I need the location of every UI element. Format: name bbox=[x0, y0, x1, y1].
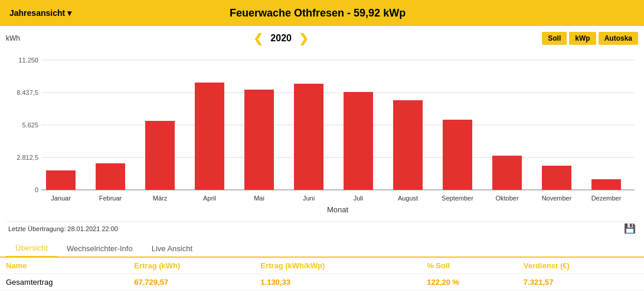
svg-text:5.625: 5.625 bbox=[22, 121, 38, 129]
row-name: Gesamtertrag bbox=[0, 274, 128, 291]
last-transfer-label: Letzte Übertragung: 28.01.2021 22:00 bbox=[8, 225, 118, 232]
header: Jahresansicht ▾ Feuerwache Othfresen - 5… bbox=[0, 0, 644, 26]
col-soll: % Soll bbox=[421, 258, 518, 274]
tabs-bar: Übersicht Wechselrichter-Info Live Ansic… bbox=[0, 238, 644, 258]
table-header-row: Name Ertrag (kWh) Ertrag (kWh/kWp) % Sol… bbox=[0, 258, 644, 274]
svg-text:April: April bbox=[203, 195, 216, 202]
svg-text:September: September bbox=[442, 195, 473, 202]
chart-container: kWh ❮ 2020 ❯ Soll kWp Autoska 11.250 8.4… bbox=[0, 26, 644, 235]
bar-september[interactable] bbox=[443, 120, 472, 190]
autoscale-button[interactable]: Autoska bbox=[599, 32, 638, 45]
col-verdienst: Verdienst (€) bbox=[518, 258, 644, 274]
svg-text:11.250: 11.250 bbox=[18, 57, 38, 64]
bar-dezember[interactable] bbox=[591, 179, 621, 190]
row-ertrag-kwp: 1.130,33 bbox=[254, 274, 421, 291]
svg-text:Mai: Mai bbox=[254, 195, 264, 202]
chevron-down-icon: ▾ bbox=[67, 8, 71, 18]
bar-januar[interactable] bbox=[46, 170, 76, 190]
bar-november[interactable] bbox=[542, 166, 571, 190]
view-label: Jahresansicht bbox=[9, 8, 65, 18]
chart-top-bar: kWh ❮ 2020 ❯ Soll kWp Autoska bbox=[6, 32, 638, 45]
year-navigation: ❮ 2020 ❯ bbox=[253, 32, 309, 44]
view-selector[interactable]: Jahresansicht ▾ bbox=[9, 8, 71, 18]
page-title: Feuerwache Othfresen - 59,92 kWp bbox=[71, 7, 564, 19]
bar-april[interactable] bbox=[195, 83, 224, 190]
bar-mai[interactable] bbox=[244, 90, 274, 190]
row-soll-pct: 122,20 % bbox=[421, 274, 518, 291]
bar-juli[interactable] bbox=[344, 92, 373, 190]
col-ertrag-kwh: Ertrag (kWh) bbox=[128, 258, 254, 274]
svg-text:Juni: Juni bbox=[303, 195, 315, 202]
bar-februar[interactable] bbox=[96, 163, 125, 190]
bar-august[interactable] bbox=[393, 100, 423, 190]
chart-bottom-bar: Letzte Übertragung: 28.01.2021 22:00 💾 bbox=[6, 221, 638, 235]
export-icon[interactable]: 💾 bbox=[624, 223, 636, 234]
data-table: Name Ertrag (kWh) Ertrag (kWh/kWp) % Sol… bbox=[0, 258, 644, 291]
row-verdienst: 7.321,57 bbox=[518, 274, 644, 291]
col-name: Name bbox=[0, 258, 128, 274]
bar-chart: 11.250 8.437,5 5.625 2.812,5 0 Januar Fe… bbox=[6, 48, 638, 221]
current-year: 2020 bbox=[270, 33, 292, 44]
next-year-button[interactable]: ❯ bbox=[299, 32, 309, 44]
kwh-unit-label: kWh bbox=[6, 34, 20, 42]
chart-button-group: Soll kWp Autoska bbox=[542, 32, 638, 45]
bar-juni[interactable] bbox=[294, 84, 323, 190]
col-ertrag-kwp: Ertrag (kWh/kWp) bbox=[254, 258, 421, 274]
svg-text:November: November bbox=[542, 195, 572, 202]
svg-text:Dezember: Dezember bbox=[591, 195, 622, 202]
svg-text:Januar: Januar bbox=[51, 195, 71, 202]
bar-oktober[interactable] bbox=[492, 156, 522, 190]
bar-maerz[interactable] bbox=[145, 121, 175, 190]
table-row: Gesamtertrag 67.729,57 1.130,33 122,20 %… bbox=[0, 274, 644, 291]
svg-text:8.437,5: 8.437,5 bbox=[17, 89, 38, 96]
svg-text:2.812,5: 2.812,5 bbox=[17, 154, 38, 161]
svg-text:Juli: Juli bbox=[354, 195, 364, 202]
kwp-button[interactable]: kWp bbox=[569, 32, 596, 45]
svg-text:Oktober: Oktober bbox=[495, 195, 518, 202]
prev-year-button[interactable]: ❮ bbox=[253, 32, 263, 44]
svg-text:Monat: Monat bbox=[327, 205, 349, 214]
svg-text:August: August bbox=[398, 195, 418, 202]
soll-button[interactable]: Soll bbox=[542, 32, 567, 45]
svg-text:Februar: Februar bbox=[99, 195, 122, 202]
tab-wechselrichter[interactable]: Wechselrichter-Info bbox=[57, 241, 142, 256]
row-ertrag-kwh: 67.729,57 bbox=[128, 274, 254, 291]
chart-svg: 11.250 8.437,5 5.625 2.812,5 0 Januar Fe… bbox=[6, 48, 638, 219]
svg-text:März: März bbox=[153, 195, 168, 202]
tab-live-ansicht[interactable]: Live Ansicht bbox=[142, 241, 202, 256]
svg-text:0: 0 bbox=[35, 186, 38, 193]
tab-uebersicht[interactable]: Übersicht bbox=[6, 240, 57, 258]
